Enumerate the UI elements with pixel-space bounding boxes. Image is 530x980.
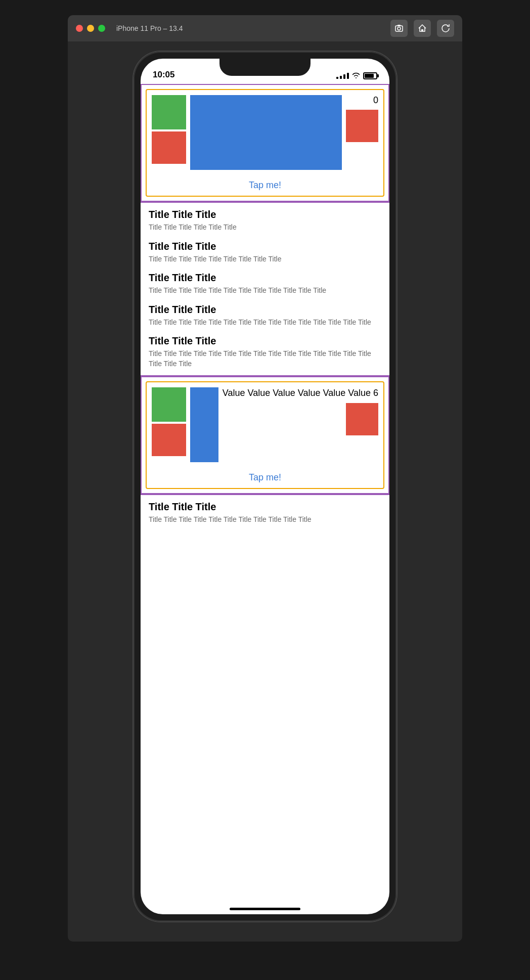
status-right <box>336 72 377 80</box>
list-item-subtitle-1: Title Title Title Title Title Title Titl… <box>149 254 381 264</box>
card-inner-2: Value Value Value Value Value Value 6 <box>147 382 383 467</box>
green-box-2 <box>152 387 186 422</box>
signal-dot-1 <box>336 77 338 79</box>
phone-screen: 10:05 <box>141 59 389 914</box>
red-box-right-1 <box>346 110 378 142</box>
list-item-bottom-subtitle: Title Title Title Title Title Title Titl… <box>149 515 381 525</box>
svg-rect-0 <box>395 26 403 31</box>
right-col-1: 0 <box>346 95 378 142</box>
home-indicator[interactable] <box>230 908 300 910</box>
signal-dot-2 <box>340 76 342 79</box>
card-inner-1: 0 <box>147 90 383 175</box>
svg-rect-3 <box>421 29 423 31</box>
title-bar: iPhone 11 Pro – 13.4 <box>68 15 462 41</box>
list-item-bottom: Title Title Title Title Title Title Titl… <box>149 501 381 525</box>
rotate-button[interactable] <box>437 20 454 37</box>
list-item-subtitle-3: Title Title Title Title Title Title Titl… <box>149 318 381 328</box>
maximize-button[interactable] <box>98 25 105 32</box>
screen-content[interactable]: 0 Tap me! Title Title Title Title Title … <box>141 84 389 914</box>
list-item-bottom-title: Title Title Title <box>149 501 381 513</box>
phone-body: 10:05 <box>134 52 396 921</box>
list-item-subtitle-0: Title Title Title Title Title Title <box>149 222 381 233</box>
tap-me-button-1[interactable]: Tap me! <box>147 175 383 196</box>
list-item-subtitle-2: Title Title Title Title Title Title Titl… <box>149 286 381 296</box>
bottom-partial-section: Title Title Title Title Title Title Titl… <box>141 494 389 531</box>
list-item: Title Title Title Title Title Title Titl… <box>149 272 381 296</box>
red-box-left-2 <box>152 424 186 456</box>
simulator-title: iPhone 11 Pro – 13.4 <box>111 24 384 32</box>
red-box-right-2 <box>346 403 378 435</box>
minimize-button[interactable] <box>87 25 94 32</box>
purple-section-1: 0 Tap me! <box>141 84 389 202</box>
blue-box-1 <box>190 95 342 170</box>
battery-icon <box>363 72 377 79</box>
list-item-title-4: Title Title Title <box>149 335 381 347</box>
traffic-lights <box>76 25 105 32</box>
red-box-left-1 <box>152 131 186 164</box>
left-col-1 <box>152 95 186 164</box>
signal-dot-4 <box>347 73 349 79</box>
simulator-window: iPhone 11 Pro – 13.4 <box>68 15 462 942</box>
list-item: Title Title Title Title Title Title Titl… <box>149 304 381 328</box>
list-item: Title Title Title Title Title Title Titl… <box>149 209 381 233</box>
close-button[interactable] <box>76 25 83 32</box>
right-col-2: Value Value Value Value Value Value 6 <box>223 387 378 435</box>
home-button[interactable] <box>414 20 431 37</box>
signal-icon <box>336 73 349 79</box>
list-item-title-0: Title Title Title <box>149 209 381 220</box>
value-text: Value Value Value Value Value Value 6 <box>223 387 378 399</box>
tap-me-button-2[interactable]: Tap me! <box>147 467 383 488</box>
signal-dot-3 <box>343 74 345 79</box>
card-widget-1: 0 Tap me! <box>146 89 384 197</box>
phone-frame: 10:05 <box>68 41 462 942</box>
counter-1: 0 <box>363 95 378 106</box>
list-item-subtitle-4: Title Title Title Title Title Title Titl… <box>149 349 381 369</box>
toolbar-icons <box>390 20 454 37</box>
svg-point-1 <box>398 27 401 30</box>
card-widget-2: Value Value Value Value Value Value 6 Ta… <box>146 381 384 489</box>
list-item-title-2: Title Title Title <box>149 272 381 284</box>
screenshot-button[interactable] <box>390 20 408 37</box>
notch <box>219 59 311 76</box>
status-time: 10:05 <box>153 70 174 80</box>
list-item-title-3: Title Title Title <box>149 304 381 316</box>
battery-fill <box>365 74 374 78</box>
list-item: Title Title Title Title Title Title Titl… <box>149 335 381 369</box>
green-box-1 <box>152 95 186 129</box>
purple-section-2: Value Value Value Value Value Value 6 Ta… <box>141 376 389 494</box>
left-col-2 <box>152 387 186 456</box>
list-item: Title Title Title Title Title Title Titl… <box>149 241 381 264</box>
wifi-icon <box>352 72 360 80</box>
blue-box-2 <box>190 387 218 462</box>
list-section: Title Title Title Title Title Title Titl… <box>141 202 389 376</box>
list-item-title-1: Title Title Title <box>149 241 381 252</box>
svg-rect-2 <box>398 25 401 26</box>
